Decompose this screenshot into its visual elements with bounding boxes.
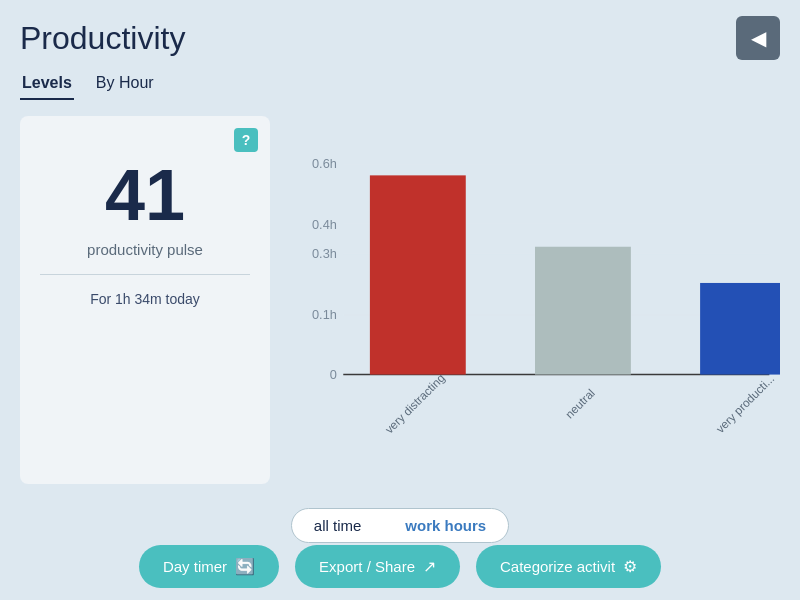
header: Productivity ◀ bbox=[0, 0, 800, 60]
bar-neutral bbox=[535, 247, 631, 375]
export-share-button[interactable]: Export / Share ↗ bbox=[295, 545, 460, 588]
tab-levels[interactable]: Levels bbox=[20, 68, 74, 100]
back-button[interactable]: ◀ bbox=[736, 16, 780, 60]
svg-text:neutral: neutral bbox=[563, 386, 598, 421]
day-timer-button[interactable]: Day timer 🔄 bbox=[139, 545, 279, 588]
categorize-button[interactable]: Categorize activit ⚙ bbox=[476, 545, 661, 588]
day-timer-icon: 🔄 bbox=[235, 557, 255, 576]
svg-text:0.1h: 0.1h bbox=[312, 307, 337, 322]
bar-very-productive bbox=[700, 283, 780, 375]
pulse-divider bbox=[40, 274, 250, 275]
pulse-time: For 1h 34m today bbox=[90, 291, 200, 307]
tabs-container: Levels By Hour bbox=[0, 60, 800, 100]
svg-text:0.4h: 0.4h bbox=[312, 217, 337, 232]
svg-text:very distracting: very distracting bbox=[382, 371, 447, 436]
svg-text:0.3h: 0.3h bbox=[312, 246, 337, 261]
tab-by-hour[interactable]: By Hour bbox=[94, 68, 156, 100]
page-title: Productivity bbox=[20, 20, 185, 57]
categorize-label: Categorize activit bbox=[500, 558, 615, 575]
svg-text:0: 0 bbox=[330, 367, 337, 382]
export-share-icon: ↗ bbox=[423, 557, 436, 576]
svg-text:very producti...: very producti... bbox=[713, 372, 776, 435]
chart-area: 0.6h 0.4h 0.3h 0.1h 0 very distracting bbox=[290, 116, 780, 484]
export-share-label: Export / Share bbox=[319, 558, 415, 575]
categorize-icon: ⚙ bbox=[623, 557, 637, 576]
pulse-card: ? 41 productivity pulse For 1h 34m today bbox=[20, 116, 270, 484]
app-container: Productivity ◀ Levels By Hour ? 41 produ… bbox=[0, 0, 800, 600]
pulse-number: 41 bbox=[105, 156, 185, 235]
bottom-bar: Day timer 🔄 Export / Share ↗ Categorize … bbox=[0, 533, 800, 600]
bar-chart: 0.6h 0.4h 0.3h 0.1h 0 very distracting bbox=[290, 116, 780, 484]
back-arrow-icon: ◀ bbox=[751, 28, 766, 48]
bar-very-distracting bbox=[370, 175, 466, 374]
day-timer-label: Day timer bbox=[163, 558, 227, 575]
pulse-label: productivity pulse bbox=[87, 241, 203, 258]
help-button[interactable]: ? bbox=[234, 128, 258, 152]
svg-text:0.6h: 0.6h bbox=[312, 156, 337, 171]
main-content: ? 41 productivity pulse For 1h 34m today… bbox=[0, 100, 800, 500]
